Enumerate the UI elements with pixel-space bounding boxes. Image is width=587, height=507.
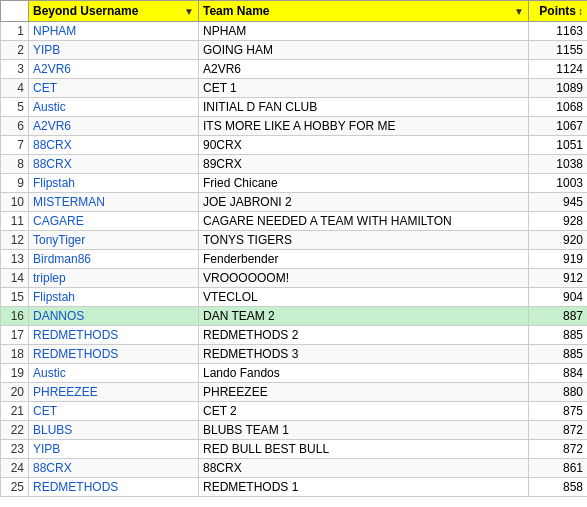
- username-cell: A2VR6: [29, 60, 199, 79]
- row-number: 17: [1, 326, 29, 345]
- team-cell: A2VR6: [199, 60, 529, 79]
- username-cell: Birdman86: [29, 250, 199, 269]
- team-cell: BLUBS TEAM 1: [199, 421, 529, 440]
- table-row: 18REDMETHODSREDMETHODS 3885: [1, 345, 588, 364]
- row-number: 8: [1, 155, 29, 174]
- points-cell: 1038: [529, 155, 588, 174]
- row-number: 16: [1, 307, 29, 326]
- team-cell: PHREEZEE: [199, 383, 529, 402]
- row-number: 4: [1, 79, 29, 98]
- username-cell: Flipstah: [29, 288, 199, 307]
- table-row: 10MISTERMANJOE JABRONI 2945: [1, 193, 588, 212]
- points-cell: 1067: [529, 117, 588, 136]
- row-number: 21: [1, 402, 29, 421]
- table-row: 19AusticLando Fandos884: [1, 364, 588, 383]
- username-cell: CAGARE: [29, 212, 199, 231]
- username-cell: 88CRX: [29, 459, 199, 478]
- row-number: 12: [1, 231, 29, 250]
- row-number: 9: [1, 174, 29, 193]
- points-filter-icon[interactable]: ↕: [578, 6, 583, 17]
- points-cell: 1068: [529, 98, 588, 117]
- team-cell: CET 2: [199, 402, 529, 421]
- table-row: 12TonyTigerTONYS TIGERS920: [1, 231, 588, 250]
- team-cell: DAN TEAM 2: [199, 307, 529, 326]
- team-filter-icon[interactable]: ▼: [514, 6, 524, 17]
- team-cell: INITIAL D FAN CLUB: [199, 98, 529, 117]
- points-cell: 1155: [529, 41, 588, 60]
- username-cell: PHREEZEE: [29, 383, 199, 402]
- username-cell: REDMETHODS: [29, 478, 199, 497]
- table-row: 16DANNOSDAN TEAM 2887: [1, 307, 588, 326]
- team-cell: TONYS TIGERS: [199, 231, 529, 250]
- points-header[interactable]: Points ↕: [529, 1, 588, 22]
- username-filter-icon[interactable]: ▼: [184, 6, 194, 17]
- table-row: 788CRX90CRX1051: [1, 136, 588, 155]
- points-cell: 858: [529, 478, 588, 497]
- team-cell: CET 1: [199, 79, 529, 98]
- username-cell: TonyTiger: [29, 231, 199, 250]
- team-cell: JOE JABRONI 2: [199, 193, 529, 212]
- username-cell: BLUBS: [29, 421, 199, 440]
- points-cell: 885: [529, 345, 588, 364]
- row-number: 2: [1, 41, 29, 60]
- table-row: 4CETCET 11089: [1, 79, 588, 98]
- row-number: 25: [1, 478, 29, 497]
- table-row: 888CRX89CRX1038: [1, 155, 588, 174]
- username-cell: REDMETHODS: [29, 345, 199, 364]
- row-number: 24: [1, 459, 29, 478]
- row-number: 15: [1, 288, 29, 307]
- table-row: 21CETCET 2875: [1, 402, 588, 421]
- table-row: 20PHREEZEEPHREEZEE880: [1, 383, 588, 402]
- num-header: [1, 1, 29, 22]
- username-cell: 88CRX: [29, 155, 199, 174]
- points-cell: 884: [529, 364, 588, 383]
- username-cell: NPHAM: [29, 22, 199, 41]
- row-number: 6: [1, 117, 29, 136]
- row-number: 22: [1, 421, 29, 440]
- points-cell: 945: [529, 193, 588, 212]
- team-cell: VROOOOOOM!: [199, 269, 529, 288]
- table-row: 3A2VR6A2VR61124: [1, 60, 588, 79]
- table-row: 15FlipstahVTECLOL904: [1, 288, 588, 307]
- points-cell: 1003: [529, 174, 588, 193]
- username-cell: Austic: [29, 98, 199, 117]
- team-cell: REDMETHODS 2: [199, 326, 529, 345]
- team-cell: ITS MORE LIKE A HOBBY FOR ME: [199, 117, 529, 136]
- points-cell: 887: [529, 307, 588, 326]
- points-cell: 912: [529, 269, 588, 288]
- points-cell: 872: [529, 421, 588, 440]
- row-number: 19: [1, 364, 29, 383]
- points-cell: 885: [529, 326, 588, 345]
- username-cell: YIPB: [29, 440, 199, 459]
- row-number: 7: [1, 136, 29, 155]
- username-header[interactable]: Beyond Username ▼: [29, 1, 199, 22]
- team-cell: VTECLOL: [199, 288, 529, 307]
- points-cell: 872: [529, 440, 588, 459]
- team-cell: REDMETHODS 1: [199, 478, 529, 497]
- table-row: 17REDMETHODSREDMETHODS 2885: [1, 326, 588, 345]
- table-row: 11CAGARECAGARE NEEDED A TEAM WITH HAMILT…: [1, 212, 588, 231]
- team-cell: Fenderbender: [199, 250, 529, 269]
- username-cell: DANNOS: [29, 307, 199, 326]
- table-row: 25REDMETHODSREDMETHODS 1858: [1, 478, 588, 497]
- table-row: 9FlipstahFried Chicane1003: [1, 174, 588, 193]
- team-cell: NPHAM: [199, 22, 529, 41]
- points-cell: 904: [529, 288, 588, 307]
- username-cell: A2VR6: [29, 117, 199, 136]
- team-header[interactable]: Team Name ▼: [199, 1, 529, 22]
- points-cell: 920: [529, 231, 588, 250]
- row-number: 11: [1, 212, 29, 231]
- username-cell: CET: [29, 402, 199, 421]
- team-cell: Lando Fandos: [199, 364, 529, 383]
- username-cell: YIPB: [29, 41, 199, 60]
- row-number: 3: [1, 60, 29, 79]
- row-number: 14: [1, 269, 29, 288]
- table-row: 5AusticINITIAL D FAN CLUB1068: [1, 98, 588, 117]
- team-cell: 90CRX: [199, 136, 529, 155]
- username-cell: triplep: [29, 269, 199, 288]
- points-cell: 1163: [529, 22, 588, 41]
- row-number: 13: [1, 250, 29, 269]
- username-cell: CET: [29, 79, 199, 98]
- table-row: 14triplepVROOOOOOM!912: [1, 269, 588, 288]
- points-cell: 919: [529, 250, 588, 269]
